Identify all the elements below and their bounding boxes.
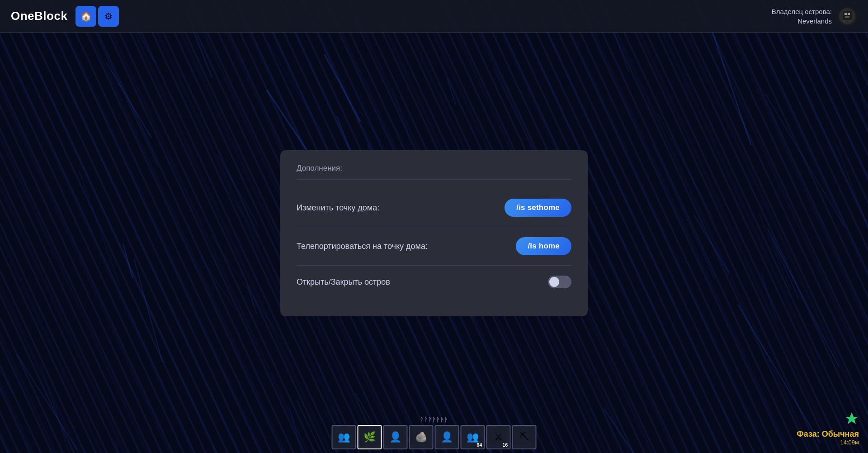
toggle-thumb (549, 277, 559, 287)
home-icon: 🏠 (80, 11, 92, 22)
modal-header: Дополнения: (297, 164, 571, 180)
avatar (837, 6, 857, 26)
sethome-button[interactable]: /is sethome (505, 199, 571, 217)
navbar-right: Владелец острова: Neverlands (772, 6, 857, 26)
avatar-icon (841, 10, 854, 23)
app-title: OneBlock (11, 9, 67, 23)
modal-overlay: Дополнения: Изменить точку дома: /is set… (0, 0, 868, 453)
svg-rect-5 (845, 16, 849, 18)
hotbar-slot-4[interactable]: 👤 (435, 425, 459, 449)
toggle-label: Открыть/Закрыть остров (297, 277, 390, 287)
toggle-track (548, 276, 571, 288)
phase-text: Фаза: Обычная (797, 429, 859, 439)
svg-rect-4 (848, 13, 850, 15)
hotbar-slot-1[interactable]: 🌿 (358, 425, 382, 449)
modal-panel: Дополнения: Изменить точку дома: /is set… (280, 150, 588, 316)
slot-icon-5: 👥 (467, 431, 479, 443)
settings-nav-button[interactable]: ⚙ (98, 6, 119, 27)
hotbar: 👥 🌿 👤 🪨 👤 👥 64 ⚔ 16 ⛏ (332, 425, 537, 449)
svg-rect-7 (848, 20, 852, 22)
hotbar-slot-2[interactable]: 👤 (383, 425, 408, 449)
phase-checkmark-icon (844, 411, 859, 426)
phase-time: 14:09м (797, 439, 859, 446)
hotbar-slot-0[interactable]: 👥 (332, 425, 356, 449)
svg-rect-3 (844, 13, 847, 15)
modal-row-toggle: Открыть/Закрыть остров (297, 266, 571, 298)
slot-icon-3: 🪨 (415, 431, 427, 443)
home-label: Телепортироваться на точку дома: (297, 242, 428, 251)
hotbar-slot-5[interactable]: 👥 64 (461, 425, 485, 449)
slot-icon-1: 🌿 (363, 431, 376, 443)
owner-label: Владелец острова: (772, 7, 832, 16)
island-owner-info: Владелец острова: Neverlands (772, 7, 832, 26)
svg-marker-8 (845, 412, 858, 424)
hotbar-slot-6[interactable]: ⚔ 16 (486, 425, 511, 449)
hud-bottom: ᚹᚹᚹᚹᚹᚹᚹ 👥 🌿 👤 🪨 👤 👥 64 ⚔ 16 ⛏ (332, 416, 537, 453)
svg-rect-0 (843, 11, 852, 20)
modal-row-home: Телепортироваться на точку дома: /is hom… (297, 227, 571, 266)
owner-name: Neverlands (772, 16, 832, 26)
slot-icon-7: ⛏ (519, 431, 529, 443)
slot-icon-2: 👤 (389, 431, 401, 443)
nav-buttons: 🏠 ⚙ (75, 6, 119, 27)
avatar-face (839, 8, 855, 24)
slot-count-5: 64 (476, 442, 482, 448)
home-nav-button[interactable]: 🏠 (75, 6, 96, 27)
home-button[interactable]: /is home (516, 237, 571, 255)
slot-count-6: 16 (502, 442, 508, 448)
island-toggle[interactable] (548, 276, 571, 288)
hotbar-slot-7[interactable]: ⛏ (512, 425, 537, 449)
slot-icon-6: ⚔ (494, 431, 503, 443)
hotbar-slot-3[interactable]: 🪨 (409, 425, 434, 449)
slot-icon-0: 👥 (338, 431, 350, 443)
sethome-label: Изменить точку дома: (297, 203, 379, 213)
modal-row-sethome: Изменить точку дома: /is sethome (297, 189, 571, 227)
slot-icon-4: 👤 (441, 431, 453, 443)
svg-rect-6 (843, 20, 846, 22)
settings-icon: ⚙ (104, 11, 113, 22)
phase-indicator: Фаза: Обычная 14:09м (797, 421, 859, 446)
hud-rune-text: ᚹᚹᚹᚹᚹᚹᚹ (420, 416, 448, 423)
navbar: OneBlock 🏠 ⚙ Владелец острова: Neverland… (0, 0, 868, 33)
